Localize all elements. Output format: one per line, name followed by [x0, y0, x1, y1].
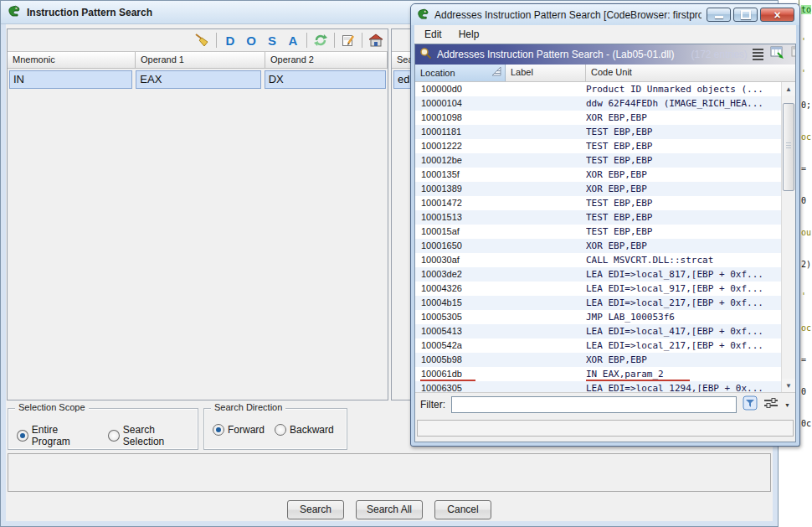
toolbar-separator [306, 33, 307, 48]
table-row[interactable]: 100061db IN EAX,param_2 [415, 367, 781, 381]
close-icon: × [773, 9, 780, 21]
clear-broom-icon[interactable] [193, 32, 210, 49]
cell-location: 10001472 [415, 196, 506, 210]
table-row[interactable]: 10004326 LEA EDI=>local_917,[EBP + 0xf..… [415, 282, 781, 296]
column-header-mnemonic[interactable]: Mnemonic [8, 52, 136, 68]
cell-code: CALL MSVCRT.DLL::strcat [586, 253, 781, 267]
table-row[interactable]: 10001472 TEST EBP,EBP [415, 196, 781, 210]
table-row[interactable]: 10001389 XOR EBP,EBP [415, 182, 781, 196]
search-all-button[interactable]: Search All [356, 500, 423, 519]
table-options-icon[interactable] [753, 49, 763, 60]
radio-search-selection[interactable]: Search Selection [108, 424, 198, 447]
column-filter-icon[interactable] [763, 397, 779, 412]
cancel-button[interactable]: Cancel [434, 500, 491, 519]
table-row[interactable]: 1000135f XOR EBP,EBP [415, 168, 781, 182]
filter-input[interactable] [451, 396, 737, 413]
mnemonic-cell[interactable]: IN [9, 70, 132, 89]
radio-dot[interactable] [275, 424, 286, 436]
menu-edit[interactable]: Edit [418, 27, 449, 42]
toggle-s-button[interactable]: S [265, 32, 280, 49]
code-fragment: = [801, 355, 806, 364]
home-icon[interactable] [368, 32, 383, 49]
operand1-cell[interactable]: EAX [136, 70, 260, 89]
cell-code: TEST EBP,EBP [586, 225, 781, 239]
toggle-d-button[interactable]: D [223, 32, 238, 49]
cell-code: LEA EDI=>local_217,[EBP + 0xf... [586, 296, 781, 310]
table-row[interactable]: 10001098 XOR EBP,EBP [415, 111, 781, 125]
table-row[interactable]: 10001513 TEST EBP,EBP [415, 210, 781, 225]
dialog-status-panel [8, 453, 771, 492]
cell-location: 10004b15 [415, 296, 506, 310]
table-row[interactable]: 10005b98 XOR EBP,EBP [415, 353, 781, 367]
pattern-row: IN EAX DX [8, 69, 388, 89]
scrollbar-thumb[interactable] [783, 103, 794, 191]
radio-entire-program[interactable]: Entire Program [17, 424, 98, 447]
cell-location: 10001222 [415, 139, 506, 153]
table-row[interactable]: 10003de2 LEA EDI=>local_817,[EBP + 0xf..… [415, 267, 781, 282]
results-panel-header: Addresses Instruction Pattern Search - (… [415, 44, 795, 65]
results-window: Addresses Instruction Pattern Search [Co… [410, 3, 800, 447]
table-row[interactable]: 10004b15 LEA EDI=>local_217,[EBP + 0xf..… [415, 296, 781, 310]
column-header-code-unit[interactable]: Code Unit [586, 65, 795, 81]
cell-code: JMP LAB_100053f6 [586, 310, 781, 324]
cell-code: TEST EBP,EBP [586, 139, 781, 153]
table-row[interactable]: 100012be TEST EBP,EBP [415, 153, 781, 168]
code-fragment: ou [801, 228, 811, 237]
code-fragment: 2) [801, 260, 811, 269]
search-button[interactable]: Search [287, 500, 344, 519]
cell-code: LEA EDI=>local_417,[EBP + 0xf... [586, 324, 781, 338]
table-row[interactable]: 10001181 TEST EBP,EBP [415, 125, 781, 139]
table-row[interactable]: 10005305 JMP LAB_100053f6 [415, 310, 781, 324]
minimize-button[interactable] [707, 8, 731, 22]
refresh-icon[interactable] [313, 32, 328, 49]
scroll-down-button[interactable]: ▼ [782, 379, 795, 392]
table-row[interactable]: 10001650 XOR EBP,EBP [415, 239, 781, 253]
column-header-label[interactable]: Label [506, 65, 586, 81]
cell-label [506, 267, 586, 282]
column-header-operand2[interactable]: Operand 2 [265, 52, 388, 68]
window-title: Addresses Instruction Pattern Search [Co… [434, 9, 702, 21]
cell-code: XOR EBP,EBP [586, 168, 781, 182]
search-direction-label: Search Direction [211, 402, 285, 412]
radio-backward[interactable]: Backward [275, 424, 334, 436]
menu-help[interactable]: Help [452, 27, 486, 42]
table-row[interactable]: 100000d0 Product ID Unmarked objects (..… [415, 82, 781, 96]
code-fragment: 0c [801, 419, 811, 428]
toggle-o-button[interactable]: O [244, 32, 259, 49]
code-fragment: ' [801, 37, 806, 46]
table-row[interactable]: 10000104 ddw 62F44FEDh (IMAGE_RICH_HEA..… [415, 96, 781, 111]
cell-location: 10001098 [415, 111, 506, 125]
table-row[interactable]: 100030af CALL MSVCRT.DLL::strcat [415, 253, 781, 267]
scroll-up-button[interactable]: ▲ [782, 82, 795, 96]
cell-label [506, 253, 586, 267]
table-row[interactable]: 10001222 TEST EBP,EBP [415, 139, 781, 153]
operand2-cell[interactable]: DX [265, 70, 386, 89]
cell-code: LEA EDI=>local_917,[EBP + 0xf... [586, 282, 781, 296]
pattern-toolbar: D O S A [8, 29, 388, 52]
table-row[interactable]: 1000542a LEA EDI=>local_217,[EBP + 0xf..… [415, 338, 781, 353]
radio-forward[interactable]: Forward [213, 424, 265, 436]
make-selection-icon[interactable] [770, 46, 784, 63]
toggle-a-button[interactable]: A [285, 32, 301, 49]
radio-dot[interactable] [17, 430, 28, 442]
column-header-operand1[interactable]: Operand 1 [136, 52, 265, 68]
code-fragment: 0 [801, 387, 806, 396]
cell-code: ddw 62F44FEDh (IMAGE_RICH_HEA... [586, 96, 781, 111]
cell-location: 100000d0 [415, 82, 506, 96]
entries-count: (172 entries) [691, 49, 747, 60]
table-row[interactable]: 10005413 LEA EDI=>local_417,[EBP + 0xf..… [415, 324, 781, 338]
cell-label [506, 196, 586, 210]
radio-dot[interactable] [108, 430, 120, 442]
magnifier-icon [419, 47, 432, 63]
restore-button[interactable] [733, 8, 758, 22]
radio-dot[interactable] [213, 424, 224, 436]
manual-entry-icon[interactable] [341, 32, 356, 49]
vertical-scrollbar[interactable]: ▲ ▼ [781, 82, 795, 392]
window-titlebar[interactable]: Addresses Instruction Pattern Search [Co… [411, 4, 799, 25]
column-header-location[interactable]: Location [415, 65, 506, 81]
filter-options-icon[interactable] [743, 395, 758, 414]
close-button[interactable]: × [760, 8, 794, 22]
table-row[interactable]: 10006305 LEA EDI=>local_1294,[EBP + 0x..… [415, 381, 781, 392]
filter-dropdown-caret[interactable]: ▼ [784, 402, 790, 408]
table-row[interactable]: 100015af TEST EBP,EBP [415, 225, 781, 239]
